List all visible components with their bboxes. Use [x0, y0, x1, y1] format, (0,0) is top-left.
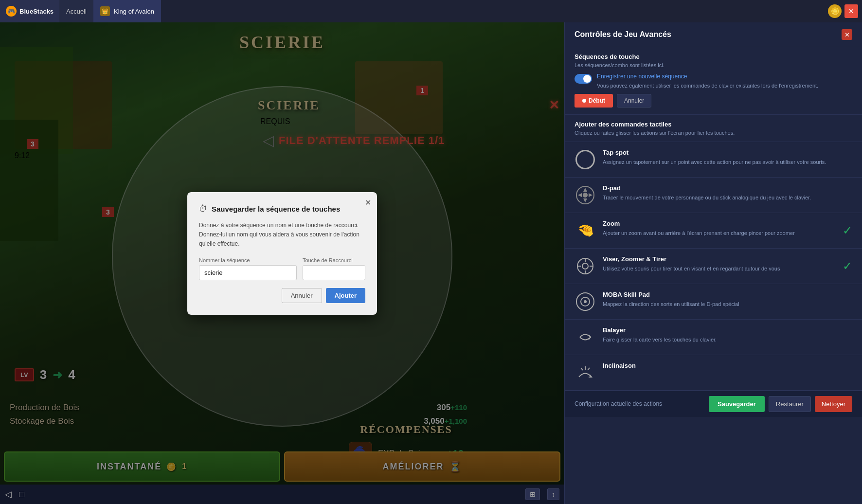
command-dpad[interactable]: D-pad Tracer le mouvement de votre perso…: [565, 178, 862, 213]
taskbar-right: 🪙 ✕: [828, 4, 862, 18]
shortcut-input[interactable]: [303, 265, 365, 280]
tactile-desc: Cliquez ou faites glisser les actions su…: [575, 130, 852, 136]
grid-icon[interactable]: ⊞: [525, 488, 540, 500]
zoom-desc: Ajouter un zoom avant ou arrière à l'écr…: [603, 229, 836, 237]
sequence-name-label: Nommer la séquence: [199, 257, 297, 263]
debut-button[interactable]: Début: [575, 94, 613, 108]
modal-annuler-button[interactable]: Annuler: [282, 288, 322, 303]
modal-title: Sauvegarder la séquence de touches: [212, 205, 340, 213]
command-moba[interactable]: MOBA Skill Pad Mappez la direction des s…: [565, 284, 862, 320]
coin-icon: 🪙: [828, 4, 842, 18]
modal-close-button[interactable]: ✕: [365, 198, 371, 207]
tap-spot-desc: Assignez un tapotement sur un point avec…: [603, 158, 826, 166]
command-tap-spot[interactable]: Tap spot Assignez un tapotement sur un p…: [565, 142, 862, 178]
svg-point-15: [584, 300, 587, 303]
brand-name: BlueStacks: [19, 8, 54, 15]
svg-point-8: [582, 263, 588, 269]
taskbar: 🎮 BlueStacks Accueil 👑 King of Avalon 🪙 …: [0, 0, 862, 22]
zoom-title: Zoom: [603, 220, 836, 227]
dpad-title: D-pad: [603, 184, 811, 192]
nettoyer-button[interactable]: Nettoyer: [815, 396, 852, 412]
swipe-icon: [575, 326, 596, 348]
svg-line-18: [588, 368, 590, 370]
modal-icon: ⏱: [199, 204, 208, 214]
command-tilt[interactable]: Inclinaison: [565, 355, 862, 391]
shortcut-label: Touche de Raccourci: [303, 257, 365, 263]
moba-title: MOBA Skill Pad: [603, 291, 739, 298]
swipe-title: Balayer: [603, 326, 717, 334]
tap-spot-title: Tap spot: [603, 149, 826, 156]
dpad-desc: Tracer le mouvement de votre personnage …: [603, 194, 811, 202]
config-label: Configuration actuelle des actions: [575, 400, 662, 407]
svg-marker-4: [589, 193, 593, 197]
dpad-icon: [575, 184, 596, 206]
aim-title: Viser, Zoomer & Tirer: [603, 255, 836, 263]
save-sequence-dialog: ⏱ Sauvegarder la séquence de touches ✕ D…: [187, 192, 377, 315]
aim-desc: Utilisez votre souris pour tirer tout en…: [603, 265, 836, 273]
expand-icon[interactable]: ↕: [547, 488, 559, 500]
command-swipe[interactable]: Balayer Faire glisser la carte vers les …: [565, 320, 862, 355]
toggle-switch[interactable]: [575, 74, 592, 84]
svg-marker-3: [578, 193, 582, 197]
tilt-icon: [575, 362, 596, 383]
sequences-title: Séquences de touche: [575, 53, 852, 60]
sequence-name-input[interactable]: [199, 265, 297, 280]
annuler-small-button[interactable]: Annuler: [617, 94, 651, 108]
modal-backdrop: ⏱ Sauvegarder la séquence de touches ✕ D…: [0, 22, 564, 485]
tap-spot-icon: [575, 150, 595, 169]
bluestacks-icon: 🎮: [6, 6, 17, 17]
nav-back-icon[interactable]: ◁: [5, 489, 12, 500]
svg-marker-1: [583, 188, 587, 192]
tab-king-of-avalon[interactable]: 👑 King of Avalon: [93, 0, 161, 22]
sidebar-close-button[interactable]: ✕: [842, 29, 852, 40]
sidebar-title: Contrôles de Jeu Avancés: [575, 30, 671, 39]
svg-line-17: [581, 368, 583, 370]
zoom-check-icon: ✓: [843, 224, 852, 237]
tactile-title: Ajouter des commandes tactiles: [575, 121, 852, 128]
restaurer-button[interactable]: Restaurer: [769, 396, 811, 412]
tab-accueil[interactable]: Accueil: [59, 0, 93, 22]
modal-description: Donnez à votre séquence un nom et une to…: [199, 221, 365, 249]
sauvegarder-button[interactable]: Sauvegarder: [709, 396, 765, 412]
king-icon: 👑: [100, 6, 110, 16]
sequences-subtitle: Les séquences/combo sont listées ici.: [575, 62, 852, 68]
sequences-link[interactable]: Enregistrer une nouvelle séquence: [597, 73, 818, 80]
command-zoom[interactable]: 🤏 Zoom Ajouter un zoom avant ou arrière …: [565, 213, 862, 249]
moba-desc: Mappez la direction des sorts en utilisa…: [603, 300, 739, 308]
right-sidebar: Contrôles de Jeu Avancés ✕ Séquences de …: [564, 22, 862, 504]
modal-ajouter-button[interactable]: Ajouter: [326, 288, 366, 303]
aim-check-icon: ✓: [843, 259, 852, 273]
command-aim-zoom-shoot[interactable]: Viser, Zoomer & Tirer Utilisez votre sou…: [565, 249, 862, 284]
swipe-desc: Faire glisser la carte vers les touches …: [603, 336, 717, 344]
tab-king-label: King of Avalon: [114, 8, 154, 15]
tilt-title: Inclinaison: [603, 362, 636, 369]
tab-accueil-label: Accueil: [66, 8, 87, 15]
svg-marker-2: [583, 198, 587, 202]
svg-point-5: [583, 193, 588, 198]
zoom-icon: 🤏: [575, 220, 596, 241]
close-window-button[interactable]: ✕: [844, 4, 858, 18]
sequences-desc: Vous pouvez également utiliser les comma…: [597, 82, 818, 90]
brand-logo: 🎮 BlueStacks: [0, 0, 59, 22]
nav-home-icon[interactable]: □: [19, 489, 24, 500]
moba-icon: [575, 291, 596, 312]
aim-icon: [575, 255, 596, 277]
svg-text:🤏: 🤏: [577, 222, 594, 238]
